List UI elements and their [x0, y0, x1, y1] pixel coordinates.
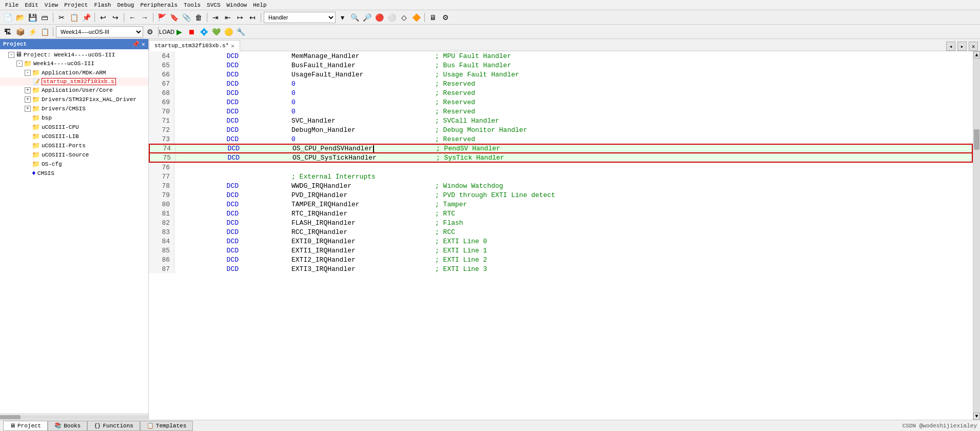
cut-btn[interactable]: ✂: [56, 12, 67, 23]
tab-close-all-btn[interactable]: ✕: [969, 42, 978, 51]
line-content-81[interactable]: DCD RTC_IRQHandler ; RTC: [174, 209, 973, 218]
line-content-71[interactable]: DCD SVC_Handler ; SVCall Handler: [174, 116, 973, 125]
scroll-down-arrow[interactable]: ▼: [973, 413, 980, 420]
window-btn[interactable]: 🖥: [427, 12, 439, 23]
expand-week14[interactable]: -: [16, 61, 23, 67]
tree-item-usercore[interactable]: + 📁 Application/User/Core: [0, 86, 148, 95]
expand-drivers[interactable]: +: [25, 96, 31, 103]
line-content-83[interactable]: DCD RCC_IRQHandler ; RCC: [174, 227, 973, 237]
tree-item-drivers[interactable]: + 📁 Drivers/STM32F1xx_HAL_Driver: [0, 95, 148, 104]
paste-btn[interactable]: 📌: [81, 12, 92, 23]
line-content-87[interactable]: DCD EXTI3_IRQHandler ; EXTI Line 3: [174, 264, 973, 273]
load-btn[interactable]: LOAD: [161, 26, 172, 37]
tab-right-btn[interactable]: ▸: [957, 42, 967, 51]
menu-window[interactable]: Window: [224, 2, 250, 8]
tree-item-lib[interactable]: 📁 uCOSIII-LIB: [0, 132, 148, 141]
build-icon1[interactable]: 🏗: [2, 26, 13, 37]
line-content-78[interactable]: DCD WWDG_IRQHandler ; Window Watchdog: [174, 181, 973, 190]
scroll-thumb[interactable]: [974, 129, 979, 150]
line-content-85[interactable]: DCD EXTI1_IRQHandler ; EXTI Line 1: [174, 246, 973, 255]
nav-back-btn[interactable]: ←: [127, 12, 138, 23]
undo-btn[interactable]: ↩: [97, 12, 109, 23]
tree-item-cpu[interactable]: 📁 uCOSIII-CPU: [0, 123, 148, 132]
circle-btn[interactable]: ⚪: [386, 12, 397, 23]
target-dropdown[interactable]: Week14----ucOS-III: [56, 26, 143, 37]
save-btn[interactable]: 💾: [27, 12, 38, 23]
expand-cmsis-drv[interactable]: +: [25, 106, 31, 112]
menu-tools[interactable]: Tools: [181, 2, 204, 8]
tree-item-mdk[interactable]: - 📁 Application/MDK-ARM: [0, 68, 148, 77]
line-content-72[interactable]: DCD DebugMon_Handler ; Debug Monitor Han…: [174, 125, 973, 134]
nav-fwd-btn[interactable]: →: [139, 12, 150, 23]
line-content-77[interactable]: ; External Interrupts: [174, 172, 973, 181]
tree-item-cmsis-drv[interactable]: + 📁 Drivers/CMSIS: [0, 104, 148, 113]
menu-flash[interactable]: Flash: [91, 2, 114, 8]
bookmark-btn[interactable]: 🚩: [156, 12, 167, 23]
ext-btn[interactable]: 🔧: [235, 26, 246, 37]
find-btn[interactable]: 🔴: [374, 12, 385, 23]
redo-btn[interactable]: ↪: [110, 12, 121, 23]
prev-bookmark-btn[interactable]: 🔖: [168, 12, 180, 23]
indent2-btn[interactable]: ↦: [234, 12, 246, 23]
stop-btn[interactable]: 🔶: [410, 12, 422, 23]
outdent2-btn[interactable]: ↤: [247, 12, 258, 23]
tab-close-btn[interactable]: ✕: [231, 43, 234, 49]
line-content-66[interactable]: DCD UsageFault_Handler ; Usage Fault Han…: [174, 70, 973, 79]
menu-peripherals[interactable]: Peripherals: [137, 2, 181, 8]
tree-item-week14[interactable]: - 📁 Week14----ucOS-III: [0, 59, 148, 68]
new-file-btn[interactable]: 📄: [2, 12, 13, 23]
diamond-btn[interactable]: ◇: [398, 12, 409, 23]
clear-bookmark-btn[interactable]: 🗑: [193, 12, 204, 23]
menu-help[interactable]: Help: [250, 2, 269, 8]
outdent-btn[interactable]: ⇤: [222, 12, 233, 23]
hscroll-thumb[interactable]: [0, 415, 21, 419]
browse-btn[interactable]: 🔍: [349, 12, 360, 23]
tree-item-ports[interactable]: 📁 uCOSIII-Ports: [0, 141, 148, 150]
vertical-scrollbar[interactable]: ▲ ▼: [973, 51, 980, 420]
step-btn[interactable]: 💠: [198, 26, 209, 37]
line-content-79[interactable]: DCD PVD_IRQHandler ; PVD through EXTI Li…: [174, 190, 973, 200]
code-editor[interactable]: 64 DCD MemManage_Handler ; MPU Fault Han…: [149, 51, 973, 420]
line-content-86[interactable]: DCD EXTI2_IRQHandler ; EXTI Line 2: [174, 255, 973, 264]
line-content-69[interactable]: DCD 0 ; Reserved: [174, 97, 973, 107]
line-content-65[interactable]: DCD BusFault_Handler ; Bus Fault Handler: [174, 61, 973, 70]
menu-file[interactable]: File: [2, 2, 22, 8]
line-content-76[interactable]: [174, 163, 973, 172]
line-content-70[interactable]: DCD 0 ; Reserved: [174, 107, 973, 116]
line-content-80[interactable]: DCD TAMPER_IRQHandler ; Tamper: [174, 200, 973, 209]
stepout-btn[interactable]: 🟡: [223, 26, 234, 37]
handler-dropdown[interactable]: Handler: [264, 12, 336, 23]
pin-icon[interactable]: 📌: [132, 41, 140, 48]
tree-item-root[interactable]: - 🖥 Project: Week14----ucOS-III: [0, 50, 148, 59]
close-icon[interactable]: ✕: [142, 41, 145, 48]
build-icon2[interactable]: 📦: [14, 26, 26, 37]
status-tab-books[interactable]: 📚 Books: [48, 421, 87, 431]
menu-project[interactable]: Project: [61, 2, 91, 8]
stepover-btn[interactable]: 💚: [210, 26, 222, 37]
tab-left-btn[interactable]: ◂: [946, 42, 955, 51]
search-btn[interactable]: 🔎: [361, 12, 373, 23]
run-btn[interactable]: ▶: [173, 26, 185, 37]
line-content-64[interactable]: DCD MemManage_Handler ; MPU Fault Handle…: [174, 51, 973, 61]
status-tab-project[interactable]: 🖥 Project: [3, 421, 48, 431]
menu-edit[interactable]: Edit: [22, 2, 41, 8]
target-settings-btn[interactable]: ⚙: [144, 26, 155, 37]
menu-debug[interactable]: Debug: [114, 2, 137, 8]
line-content-84[interactable]: DCD EXTI0_IRQHandler ; EXTI Line 0: [174, 237, 973, 246]
status-tab-templates[interactable]: 📋 Templates: [140, 421, 193, 431]
tree-hscroll[interactable]: [0, 414, 148, 420]
build-icon3[interactable]: ⚡: [27, 26, 38, 37]
line-content-75[interactable]: DCD OS_CPU_SysTickHandler ; SysTick Hand…: [175, 153, 972, 162]
tree-item-cmsis[interactable]: ♦ CMSIS: [0, 169, 148, 178]
indent-btn[interactable]: ⇥: [210, 12, 221, 23]
tree-item-source[interactable]: 📁 uCOSIII-Source: [0, 150, 148, 160]
dropdown-arrow-btn[interactable]: ▾: [337, 12, 348, 23]
hscroll-track[interactable]: [0, 415, 148, 419]
save-all-btn[interactable]: 🗃: [39, 12, 50, 23]
tree-item-oscfg[interactable]: 📁 OS-cfg: [0, 160, 148, 169]
tree-item-bsp[interactable]: 📁 bsp: [0, 113, 148, 123]
line-content-74[interactable]: DCD OS_CPU_PendSVHandler ; PendSV Handle…: [175, 145, 972, 152]
expand-usercore[interactable]: +: [25, 87, 31, 93]
open-btn[interactable]: 📂: [14, 12, 26, 23]
line-content-82[interactable]: DCD FLASH_IRQHandler ; Flash: [174, 218, 973, 227]
